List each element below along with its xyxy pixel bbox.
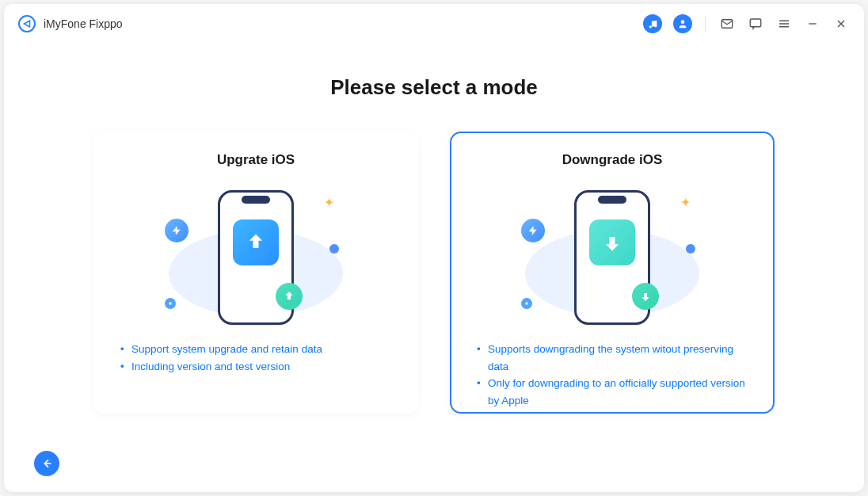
minimize-icon[interactable] <box>804 15 821 32</box>
bullet-item: Supports downgrading the system witout p… <box>477 341 748 375</box>
upgrade-arrow-icon <box>233 219 279 265</box>
upgrade-badge-icon <box>276 283 303 310</box>
sparkle-icon: ✦ <box>680 195 691 210</box>
toolbar-divider <box>705 16 706 32</box>
sparkle-icon: ✦ <box>324 195 334 210</box>
content: Please select a mode Upgrate iOS ✦ <box>4 44 864 492</box>
svg-rect-4 <box>750 19 761 27</box>
upgrade-card[interactable]: Upgrate iOS ✦ <box>93 132 418 414</box>
bullet-item: Support system upgrade and retain data <box>120 341 391 358</box>
lightning-icon <box>521 219 545 242</box>
page-title: Please select a mode <box>330 75 538 100</box>
bullet-item: Including version and test version <box>120 358 391 376</box>
chat-icon[interactable] <box>747 15 764 32</box>
phone-graphic <box>574 190 650 325</box>
music-icon[interactable] <box>643 14 662 33</box>
downgrade-illustration: ✦ <box>477 182 748 333</box>
title-right <box>643 14 850 33</box>
svg-point-0 <box>649 25 651 28</box>
downgrade-bullets: Supports downgrading the system witout p… <box>477 341 748 409</box>
downgrade-arrow-icon <box>589 219 635 265</box>
svg-point-2 <box>681 20 685 24</box>
bullet-item: Only for downgrading to an officially su… <box>477 375 748 409</box>
svg-point-11 <box>169 302 171 304</box>
small-dot-icon <box>165 298 176 309</box>
app-title: iMyFone Fixppo <box>44 17 123 30</box>
svg-point-12 <box>525 302 527 304</box>
downgrade-badge-icon <box>632 283 659 310</box>
menu-icon[interactable] <box>775 15 793 32</box>
lightning-icon <box>165 219 188 242</box>
close-icon[interactable] <box>832 15 850 32</box>
app-logo-icon <box>18 15 36 32</box>
back-button[interactable] <box>34 451 59 476</box>
svg-point-1 <box>654 25 657 27</box>
dot-icon <box>686 244 695 254</box>
upgrade-bullets: Support system upgrade and retain data I… <box>120 341 391 375</box>
downgrade-title: Downgrade iOS <box>477 152 748 168</box>
account-icon[interactable] <box>673 14 692 33</box>
mail-icon[interactable] <box>718 15 736 32</box>
upgrade-illustration: ✦ <box>120 182 391 333</box>
downgrade-card[interactable]: Downgrade iOS ✦ <box>450 132 775 414</box>
titlebar: iMyFone Fixppo <box>4 4 864 44</box>
dot-icon <box>329 244 339 254</box>
mode-cards: Upgrate iOS ✦ <box>83 132 785 414</box>
app-window: iMyFone Fixppo <box>4 4 864 492</box>
title-left: iMyFone Fixppo <box>18 15 123 32</box>
small-dot-icon <box>521 298 532 309</box>
upgrade-title: Upgrate iOS <box>120 152 391 168</box>
phone-graphic <box>218 190 294 325</box>
